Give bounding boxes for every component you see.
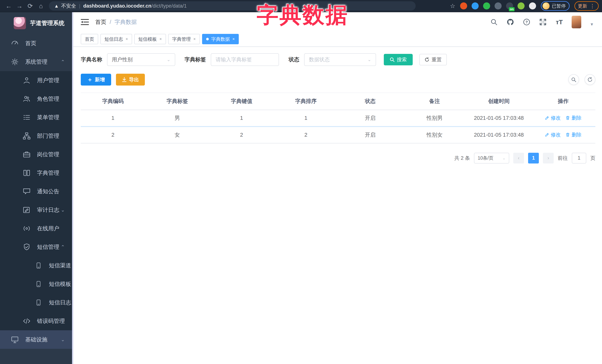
tab-sms-template[interactable]: 短信模板× bbox=[134, 34, 166, 44]
sidebar-item-user-management[interactable]: 用户管理 bbox=[0, 71, 73, 90]
hide-search-button[interactable] bbox=[568, 74, 579, 85]
export-button[interactable]: 导出 bbox=[116, 74, 145, 85]
tab-home[interactable]: 首页 bbox=[81, 34, 98, 44]
screen: ← → ⟳ ⌂ ▲ 不安全 | dashboard.yudao.iocoder.… bbox=[0, 0, 602, 364]
column-header: 状态 bbox=[338, 93, 402, 110]
extension-puzzle-icon[interactable] bbox=[529, 2, 536, 10]
browser-refresh-icon[interactable]: ⟳ bbox=[25, 1, 36, 10]
tab-label: 首页 bbox=[85, 36, 94, 42]
sidebar-item-label: 通知公告 bbox=[37, 188, 59, 195]
extension-green-check-icon[interactable] bbox=[483, 2, 490, 10]
address-separator: | bbox=[79, 3, 80, 9]
tab-dict-data[interactable]: 字典数据× bbox=[202, 34, 239, 44]
sidebar-item-infrastructure[interactable]: 基础设施⌄ bbox=[0, 330, 73, 349]
sidebar-item-label: 错误码管理 bbox=[37, 317, 65, 325]
monitor-icon bbox=[11, 336, 19, 343]
extension-gray-tool-icon[interactable] bbox=[494, 2, 502, 10]
sidebar-item-sms-channel[interactable]: 短信渠道 bbox=[0, 256, 73, 275]
sidebar-logo-row[interactable]: 芋道管理系统 bbox=[0, 12, 73, 34]
reset-button-label: 重置 bbox=[431, 56, 441, 63]
next-page-icon: › bbox=[548, 155, 549, 161]
sidebar-item-system-management[interactable]: 系统管理⌃ bbox=[0, 52, 73, 71]
extension-blue-drop-icon[interactable] bbox=[472, 2, 479, 10]
refresh-table-button[interactable] bbox=[585, 74, 595, 85]
close-tab-icon[interactable]: × bbox=[126, 37, 128, 42]
user-avatar[interactable] bbox=[572, 16, 581, 28]
sidebar-item-error-code-management[interactable]: 错误码管理 bbox=[0, 312, 73, 330]
filter-row: 字典名称 用户性别 ⌄ 字典标签 请输入字典标签 状态 数据状态 ⌄ bbox=[81, 53, 595, 66]
extension-orange-ring-icon[interactable] bbox=[460, 2, 467, 10]
browser-home-icon[interactable]: ⌂ bbox=[36, 1, 46, 10]
edit-link[interactable]: 修改 bbox=[545, 131, 561, 138]
edit-link[interactable]: 修改 bbox=[545, 114, 561, 121]
sidebar-item-home[interactable]: 首页 bbox=[0, 34, 73, 52]
tab-sms-log[interactable]: 短信日志× bbox=[100, 34, 132, 44]
search-button[interactable]: 搜索 bbox=[384, 54, 413, 65]
browser-forward-icon[interactable]: → bbox=[14, 1, 25, 10]
chat-icon bbox=[23, 187, 31, 195]
breadcrumb-current: 字典数据 bbox=[115, 18, 137, 26]
browser-back-icon[interactable]: ← bbox=[3, 1, 14, 10]
delete-link[interactable]: 删除 bbox=[566, 114, 581, 121]
search-icon[interactable] bbox=[490, 18, 498, 26]
app-logo-image bbox=[14, 17, 26, 29]
extension-dark-switch-icon[interactable]: on bbox=[506, 2, 513, 10]
table-body: 1男11开启性别男2021-01-05 17:03:48修改删除2女22开启性别… bbox=[81, 110, 595, 143]
add-button[interactable]: ＋ 新增 bbox=[81, 74, 111, 85]
page-size-select[interactable]: 10条/页 ⌄ bbox=[474, 153, 509, 164]
dict-name-select[interactable]: 用户性别 ⌄ bbox=[107, 53, 175, 66]
sidebar-item-label: 在线用户 bbox=[37, 225, 59, 232]
dict-label-input[interactable]: 请输入字典标签 bbox=[211, 53, 279, 66]
table-row: 1男11开启性别男2021-01-05 17:03:48修改删除 bbox=[81, 110, 595, 126]
user-menu-caret-icon[interactable]: ▼ bbox=[590, 22, 594, 27]
breadcrumb-home[interactable]: 首页 bbox=[95, 18, 106, 26]
sidebar-item-label: 短信日志 bbox=[49, 299, 71, 306]
sidebar-item-audit-log[interactable]: 审计日志⌄ bbox=[0, 201, 73, 219]
column-header: 字典标签 bbox=[145, 93, 209, 110]
page-number-1[interactable]: 1 bbox=[528, 153, 539, 164]
goto-page-input[interactable]: 1 bbox=[572, 153, 586, 164]
github-icon[interactable] bbox=[506, 18, 514, 26]
column-header: 字典编码 bbox=[81, 93, 145, 110]
sidebar-item-role-management[interactable]: 角色管理 bbox=[0, 90, 73, 108]
sidebar-item-menu-management[interactable]: 菜单管理 bbox=[0, 108, 73, 127]
sidebar-item-notice-announcement[interactable]: 通知公告 bbox=[0, 182, 73, 201]
close-tab-icon[interactable]: × bbox=[160, 37, 162, 42]
address-bar[interactable]: ▲ 不安全 | dashboard.yudao.iocoder.cn /dict… bbox=[49, 1, 416, 10]
fullscreen-icon[interactable] bbox=[539, 18, 547, 26]
next-page-button[interactable]: › bbox=[543, 153, 554, 164]
sidebar-item-sms-template[interactable]: 短信模板 bbox=[0, 275, 73, 293]
security-warning-icon: ▲ bbox=[54, 3, 59, 9]
bookmark-star-icon[interactable]: ☆ bbox=[450, 2, 455, 10]
breadcrumb: 首页 / 字典数据 bbox=[95, 18, 137, 26]
sidebar-item-sms-management[interactable]: 短信管理⌃ bbox=[0, 238, 73, 256]
prev-page-button[interactable]: ‹ bbox=[513, 153, 524, 164]
browser-menu-icon[interactable]: ⋮ bbox=[590, 3, 595, 9]
phone-icon bbox=[35, 262, 42, 269]
sidebar-item-post-management[interactable]: 岗位管理 bbox=[0, 145, 73, 164]
main-area: 首页 / 字典数据 ? ᴛ bbox=[73, 12, 602, 364]
url-host: dashboard.yudao.iocoder.cn bbox=[83, 3, 151, 9]
close-tab-icon[interactable]: × bbox=[194, 37, 196, 42]
sidebar-item-department-management[interactable]: 部门管理 bbox=[0, 127, 73, 145]
font-size-icon[interactable]: ᴛT bbox=[555, 18, 563, 26]
collapse-sidebar-icon[interactable] bbox=[81, 18, 89, 26]
chevron-down-icon: ⌄ bbox=[502, 156, 505, 160]
browser-profile-chip[interactable]: 已暂停 bbox=[541, 1, 570, 11]
table-cell: 2 bbox=[81, 126, 145, 143]
column-header: 字典排序 bbox=[274, 93, 338, 110]
status-select[interactable]: 数据状态 ⌄ bbox=[304, 53, 376, 66]
sidebar-item-label: 用户管理 bbox=[37, 77, 59, 84]
extension-green-sprout-icon[interactable] bbox=[517, 2, 525, 10]
sidebar-item-label: 字典管理 bbox=[37, 169, 59, 177]
sidebar-item-dict-management[interactable]: 字典管理 bbox=[0, 164, 73, 182]
sidebar-item-sms-log[interactable]: 短信日志 bbox=[0, 293, 73, 312]
reset-button[interactable]: 重置 bbox=[419, 54, 447, 65]
browser-update-button[interactable]: 更新 ⋮ bbox=[574, 1, 599, 11]
header-actions: ? ᴛT ▼ bbox=[490, 16, 594, 28]
sidebar-item-online-users[interactable]: 在线用户 bbox=[0, 219, 73, 238]
tab-dict-management[interactable]: 字典管理× bbox=[168, 34, 200, 44]
help-icon[interactable]: ? bbox=[523, 18, 530, 26]
delete-link[interactable]: 删除 bbox=[566, 131, 581, 138]
close-tab-icon[interactable]: × bbox=[232, 37, 235, 42]
